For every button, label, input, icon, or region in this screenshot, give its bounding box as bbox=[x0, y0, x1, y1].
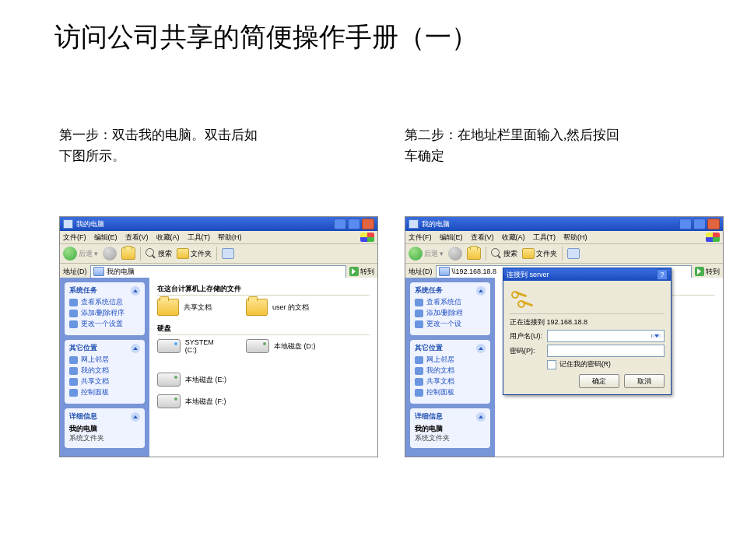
username-label: 用户名(U): bbox=[510, 331, 544, 341]
folders-label: 文件夹 bbox=[536, 249, 557, 259]
panel-heading: 详细信息 bbox=[69, 411, 97, 422]
detail-title: 我的电脑 bbox=[69, 424, 140, 434]
folder-shared-docs[interactable]: 共享文档 bbox=[157, 299, 227, 316]
menu-help[interactable]: 帮助(H) bbox=[563, 233, 587, 243]
go-arrow-icon bbox=[695, 267, 704, 276]
maximize-button[interactable] bbox=[348, 219, 360, 229]
menu-edit[interactable]: 编辑(E) bbox=[440, 233, 463, 243]
close-button[interactable] bbox=[707, 219, 720, 229]
menu-help[interactable]: 帮助(H) bbox=[218, 233, 242, 243]
sidebar-item[interactable]: 控制面板 bbox=[415, 388, 486, 397]
panel-heading: 详细信息 bbox=[415, 411, 443, 422]
password-label: 密码(P): bbox=[510, 346, 544, 356]
menu-bar: 文件(F) 编辑(E) 查看(V) 收藏(A) 工具(T) 帮助(H) bbox=[60, 231, 377, 244]
windows-flag-icon bbox=[360, 233, 374, 242]
back-icon[interactable] bbox=[409, 247, 423, 261]
search-icon[interactable] bbox=[146, 248, 156, 259]
panel-system-tasks: 系统任务 查看系统信 添加/删除程 更改一个设 bbox=[410, 282, 490, 335]
control-panel-icon bbox=[415, 389, 423, 397]
search-label: 搜索 bbox=[503, 249, 517, 259]
sidebar-item[interactable]: 控制面板 bbox=[69, 388, 140, 397]
username-input[interactable] bbox=[547, 330, 665, 342]
collapse-icon[interactable] bbox=[131, 412, 140, 422]
go-button[interactable]: 转到 bbox=[349, 267, 374, 277]
maximize-button[interactable] bbox=[693, 219, 706, 229]
sidebar: 系统任务 查看系统信息 添加/删除程序 更改一个设置 其它位置 网上邻居 我的文… bbox=[60, 278, 149, 457]
drive-f[interactable]: 本地磁盘 (F:) bbox=[157, 394, 227, 408]
go-label: 转到 bbox=[706, 267, 720, 277]
address-label: 地址(D) bbox=[409, 267, 433, 277]
sidebar-item[interactable]: 添加/删除程 bbox=[415, 309, 486, 318]
back-icon[interactable] bbox=[63, 247, 77, 261]
minimize-button[interactable] bbox=[334, 219, 346, 229]
window-title: 我的电脑 bbox=[76, 219, 104, 229]
menu-favorites[interactable]: 收藏(A) bbox=[156, 233, 180, 243]
shared-icon bbox=[415, 378, 423, 386]
drive-c[interactable]: SYSTEM (C:) bbox=[157, 338, 227, 354]
sidebar-item[interactable]: 查看系统信息 bbox=[69, 298, 140, 307]
close-button[interactable] bbox=[362, 219, 374, 229]
titlebar: 我的电脑 bbox=[60, 217, 377, 231]
documents-icon bbox=[415, 367, 423, 375]
sidebar-item[interactable]: 我的文档 bbox=[69, 366, 140, 376]
folders-icon[interactable] bbox=[177, 248, 189, 259]
menu-file[interactable]: 文件(F) bbox=[409, 233, 432, 243]
toolbar: 后退 ▾ 搜索 文件夹 bbox=[60, 244, 377, 264]
collapse-icon[interactable] bbox=[476, 412, 486, 422]
help-button[interactable]: ? bbox=[657, 269, 668, 280]
menu-edit[interactable]: 编辑(E) bbox=[94, 233, 117, 243]
remember-checkbox[interactable]: 记住我的密码(R) bbox=[547, 360, 665, 369]
sidebar-item[interactable]: 网上邻居 bbox=[69, 355, 140, 365]
address-input[interactable]: 我的电脑 bbox=[90, 265, 347, 278]
password-input[interactable] bbox=[547, 345, 665, 357]
folder-user-docs[interactable]: user 的文档 bbox=[246, 299, 316, 316]
dialog-titlebar: 连接到 server ? bbox=[503, 268, 671, 281]
computer-icon bbox=[439, 267, 450, 276]
menu-tools[interactable]: 工具(T) bbox=[533, 233, 556, 243]
dialog-banner bbox=[510, 285, 665, 314]
go-button[interactable]: 转到 bbox=[695, 267, 720, 277]
sidebar-item[interactable]: 共享文档 bbox=[69, 377, 140, 387]
collapse-icon[interactable] bbox=[476, 344, 486, 353]
address-label: 地址(D) bbox=[63, 267, 87, 277]
search-label: 搜索 bbox=[158, 249, 172, 259]
menu-view[interactable]: 查看(V) bbox=[471, 233, 494, 243]
step1-caption: 第一步：双击我的电脑。双击后如下图所示。 bbox=[59, 124, 261, 166]
sidebar-item[interactable]: 我的文档 bbox=[415, 366, 486, 376]
dropdown-icon[interactable] bbox=[651, 334, 661, 338]
collapse-icon[interactable] bbox=[131, 344, 140, 353]
sidebar-item[interactable]: 网上邻居 bbox=[415, 355, 486, 365]
folders-icon[interactable] bbox=[522, 248, 535, 259]
menu-favorites[interactable]: 收藏(A) bbox=[502, 233, 525, 243]
folder-icon bbox=[246, 299, 268, 316]
minimize-button[interactable] bbox=[679, 219, 692, 229]
up-folder-icon[interactable] bbox=[467, 247, 481, 260]
collapse-icon[interactable] bbox=[476, 286, 486, 296]
menu-view[interactable]: 查看(V) bbox=[125, 233, 149, 243]
search-icon[interactable] bbox=[491, 248, 502, 259]
menu-tools[interactable]: 工具(T) bbox=[188, 233, 211, 243]
forward-icon bbox=[448, 247, 462, 261]
sidebar-item[interactable]: 更改一个设 bbox=[415, 320, 486, 329]
sidebar-item[interactable]: 查看系统信 bbox=[415, 298, 486, 307]
windows-flag-icon bbox=[706, 233, 720, 242]
cancel-button[interactable]: 取消 bbox=[624, 374, 665, 388]
sidebar-item[interactable]: 共享文档 bbox=[415, 377, 486, 387]
drive-e[interactable]: 本地磁盘 (E:) bbox=[157, 373, 227, 387]
connecting-text: 正在连接到 192.168.18.8 bbox=[510, 317, 665, 327]
detail-title: 我的电脑 bbox=[415, 424, 486, 434]
ok-button[interactable]: 确定 bbox=[579, 374, 619, 388]
sidebar-item[interactable]: 添加/删除程序 bbox=[69, 309, 140, 318]
collapse-icon[interactable] bbox=[131, 286, 140, 296]
drive-d[interactable]: 本地磁盘 (D:) bbox=[246, 338, 316, 354]
address-value: 我的电脑 bbox=[107, 267, 135, 277]
view-icon[interactable] bbox=[222, 248, 234, 259]
panel-other-places: 其它位置 网上邻居 我的文档 共享文档 控制面板 bbox=[65, 340, 145, 404]
separator bbox=[486, 247, 486, 261]
view-icon[interactable] bbox=[567, 248, 580, 259]
menu-file[interactable]: 文件(F) bbox=[63, 233, 86, 243]
up-folder-icon[interactable] bbox=[121, 247, 135, 260]
keys-icon bbox=[510, 288, 533, 311]
sidebar-item[interactable]: 更改一个设置 bbox=[69, 320, 140, 329]
separator bbox=[562, 247, 563, 261]
